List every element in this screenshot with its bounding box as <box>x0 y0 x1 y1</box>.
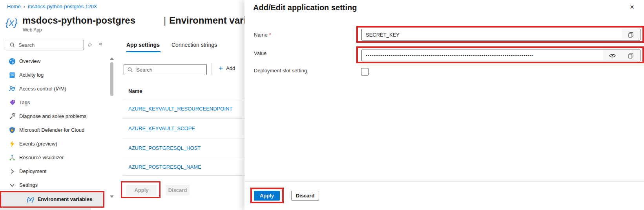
sidebar-item-label: Tags <box>19 99 30 105</box>
sidebar-item-label: Diagnose and solve problems <box>19 113 86 119</box>
panel-apply-button[interactable]: Apply <box>254 191 280 201</box>
breadcrumb-home-link[interactable]: Home <box>7 4 21 9</box>
sidebar-item-label: Deployment <box>19 168 46 174</box>
table-row: AZURE_POSTGRESQL_HOST <box>123 138 244 158</box>
sidebar-item-events[interactable]: Events (preview) <box>0 137 105 151</box>
discard-button[interactable]: Discard <box>166 185 190 195</box>
sidebar-item-label: Settings <box>19 182 38 188</box>
chevron-down-icon <box>9 182 16 189</box>
sidebar-item-label: Activity log <box>19 72 44 78</box>
tags-icon <box>9 99 16 106</box>
setting-link[interactable]: AZURE_POSTGRESQL_NAME <box>128 164 201 170</box>
app-settings-table: Name AZURE_KEYVAULT_RESOURCEENDPOINT AZU… <box>123 83 244 176</box>
sidebar-next-item-partial <box>0 208 91 210</box>
breadcrumb-separator: › <box>24 4 25 9</box>
required-marker: * <box>269 32 271 38</box>
sidebar-item-tags[interactable]: Tags <box>0 96 105 109</box>
events-lightning-icon <box>9 140 16 147</box>
slot-field-label: Deployment slot setting <box>254 68 307 74</box>
web-app-icon: {x} <box>5 17 17 29</box>
table-row: AZURE_KEYVAULT_RESOURCEENDPOINT <box>123 99 244 119</box>
active-tab-underline <box>126 51 161 52</box>
scrollbar-down-arrow[interactable] <box>110 195 114 198</box>
toolbar-divider <box>212 63 212 75</box>
page-subtitle: Web App <box>23 27 42 33</box>
sidebar-item-environment-variables[interactable]: {x} Environment variables <box>0 192 105 206</box>
table-header-name: Name <box>123 83 244 99</box>
sidebar-search-input[interactable] <box>18 42 84 48</box>
tab-connection-strings[interactable]: Connection strings <box>171 42 217 48</box>
setting-link[interactable]: AZURE_POSTGRESQL_HOST <box>128 145 201 151</box>
name-input[interactable] <box>362 29 622 40</box>
sidebar-item-activity-log[interactable]: Activity log <box>0 68 105 82</box>
sidebar-item-diagnose[interactable]: Diagnose and solve problems <box>0 109 105 123</box>
setting-link[interactable]: AZURE_KEYVAULT_RESOURCEENDPOINT <box>128 106 232 112</box>
sidebar-search-box <box>6 40 84 50</box>
diagnose-wrench-icon <box>9 113 16 120</box>
eye-icon <box>609 52 616 59</box>
sidebar-item-overview[interactable]: Overview <box>0 54 105 68</box>
name-field-label: Name* <box>254 32 271 38</box>
panel-title: Add/Edit application setting <box>253 3 357 12</box>
copy-name-button[interactable] <box>622 29 640 40</box>
setting-link[interactable]: AZURE_KEYVAULT_SCOPE <box>128 125 195 131</box>
scrollbar-thumb[interactable] <box>110 62 113 96</box>
value-input-group <box>361 50 640 61</box>
sidebar-menu: Overview Activity log Access control (IA… <box>0 54 105 192</box>
sidebar-item-label: Events (preview) <box>19 141 57 147</box>
chevron-right-icon <box>9 168 16 175</box>
overview-icon <box>9 58 16 65</box>
sidebar-item-label: Environment variables <box>38 196 92 202</box>
sidebar-item-label: Microsoft Defender for Cloud <box>19 127 84 133</box>
value-input[interactable] <box>362 50 603 61</box>
access-control-icon <box>9 85 16 92</box>
sidebar-item-settings[interactable]: Settings <box>0 178 105 192</box>
panel-discard-button[interactable]: Discard <box>291 191 319 201</box>
sidebar-item-label: Access control (IAM) <box>19 86 66 92</box>
close-icon[interactable]: × <box>630 3 634 11</box>
table-row: AZURE_POSTGRESQL_NAME <box>123 158 244 176</box>
collapse-menu-icon[interactable]: « <box>99 40 102 47</box>
copy-value-button[interactable] <box>622 50 640 61</box>
azure-portal-screen: Home›msdocs-python-postgres-1203 {x} msd… <box>0 0 644 210</box>
search-icon <box>9 42 15 48</box>
deployment-slot-checkbox[interactable] <box>361 68 369 76</box>
sidebar-item-label: Overview <box>19 58 40 64</box>
scrollbar-up-arrow[interactable] <box>110 57 114 60</box>
add-button-label: Add <box>226 65 235 71</box>
sidebar-item-resource-visualizer[interactable]: Resource visualizer <box>0 151 105 164</box>
add-setting-button[interactable]: + Add <box>219 64 235 72</box>
pin-icon[interactable]: ◇ <box>88 41 92 47</box>
breadcrumb-resource-link[interactable]: msdocs-python-postgres-1203 <box>28 4 97 9</box>
apply-button[interactable]: Apply <box>126 185 157 195</box>
breadcrumb: Home›msdocs-python-postgres-1203 <box>7 4 97 9</box>
sidebar-item-defender[interactable]: Microsoft Defender for Cloud <box>0 123 105 137</box>
title-divider: | <box>164 15 166 26</box>
panel-footer-divider <box>244 181 644 182</box>
value-field-label: Value <box>254 50 266 56</box>
defender-shield-icon <box>9 127 16 134</box>
app-settings-search-box <box>124 64 207 75</box>
activity-log-icon <box>9 72 16 79</box>
plus-icon: + <box>219 64 223 72</box>
app-settings-search-input[interactable] <box>135 66 206 73</box>
tab-app-settings[interactable]: App settings <box>126 42 160 48</box>
table-row: AZURE_KEYVAULT_SCOPE <box>123 119 244 138</box>
sidebar-item-deployment[interactable]: Deployment <box>0 164 105 178</box>
resource-visualizer-icon <box>9 154 16 161</box>
name-input-group <box>361 29 640 41</box>
search-icon <box>127 67 133 73</box>
copy-icon <box>628 31 634 38</box>
environment-variables-icon: {x} <box>27 196 34 203</box>
add-edit-setting-panel: Add/Edit application setting × Name* Val… <box>244 0 644 210</box>
reveal-value-button[interactable] <box>603 50 622 61</box>
copy-icon <box>628 52 634 59</box>
name-label-text: Name <box>254 32 268 38</box>
sidebar-item-access-control[interactable]: Access control (IAM) <box>0 82 105 96</box>
page-title: msdocs-python-postgres <box>22 15 135 26</box>
sidebar-item-label: Resource visualizer <box>19 155 64 160</box>
